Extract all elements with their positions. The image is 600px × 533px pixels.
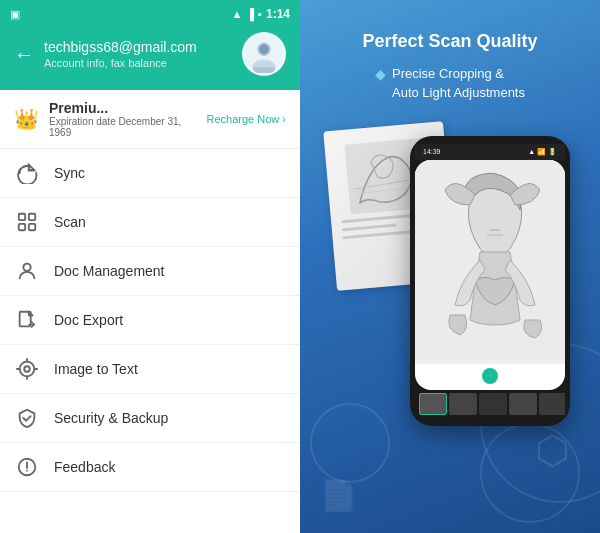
user-subtitle: Account info, fax balance bbox=[44, 57, 232, 69]
svg-rect-5 bbox=[29, 214, 35, 220]
left-panel: ▣ ▲ ▐ ▪ 1:14 ← techbigss68@gmail.com Acc… bbox=[0, 0, 300, 533]
security-backup-label: Security & Backup bbox=[54, 410, 168, 426]
thumbnail-3 bbox=[479, 393, 507, 415]
back-button[interactable]: ← bbox=[14, 44, 34, 64]
promo-dot: ◆ bbox=[375, 66, 386, 82]
svg-rect-7 bbox=[29, 224, 35, 230]
sync-icon bbox=[14, 162, 40, 184]
status-bar: ▣ ▲ ▐ ▪ 1:14 bbox=[0, 0, 300, 24]
scan-icon bbox=[14, 211, 40, 233]
feedback-label: Feedback bbox=[54, 459, 115, 475]
doc-management-label: Doc Management bbox=[54, 263, 165, 279]
thumbnail-2 bbox=[449, 393, 477, 415]
deco-scan-icon: ⬡ bbox=[535, 427, 570, 473]
signal-icon: ▐ bbox=[246, 8, 254, 20]
svg-point-3 bbox=[259, 45, 269, 55]
svg-rect-4 bbox=[19, 214, 25, 220]
scan-label: Scan bbox=[54, 214, 86, 230]
android-status-icon: ▣ bbox=[10, 8, 20, 21]
phone-time: 14:39 bbox=[423, 148, 441, 155]
svg-point-13 bbox=[26, 470, 28, 472]
security-backup-icon bbox=[14, 407, 40, 429]
svg-point-8 bbox=[23, 264, 30, 271]
premium-title: Premiu... bbox=[49, 100, 197, 116]
menu-item-feedback[interactable]: Feedback bbox=[0, 443, 300, 492]
status-time: 1:14 bbox=[266, 7, 290, 21]
sync-label: Sync bbox=[54, 165, 85, 181]
menu-item-doc-management[interactable]: Doc Management bbox=[0, 247, 300, 296]
app-header: ← techbigss68@gmail.com Account info, fa… bbox=[0, 24, 300, 90]
promo-title: Perfect Scan Quality bbox=[362, 30, 537, 53]
thumbnail-5 bbox=[539, 393, 565, 415]
svg-point-11 bbox=[24, 366, 30, 372]
doc-export-label: Doc Export bbox=[54, 312, 123, 328]
promo-feature: ◆ Precise Cropping & Auto Light Adjustme… bbox=[375, 65, 525, 101]
image-to-text-icon bbox=[14, 358, 40, 380]
right-panel: ⬡ 📄 Perfect Scan Quality ◆ Precise Cropp… bbox=[300, 0, 600, 533]
menu-item-sync[interactable]: Sync bbox=[0, 149, 300, 198]
user-email: techbigss68@gmail.com bbox=[44, 39, 232, 55]
phone-icons: ▲ 📶 🔋 bbox=[528, 148, 557, 156]
doc-line-2 bbox=[342, 223, 397, 231]
user-info: techbigss68@gmail.com Account info, fax … bbox=[44, 39, 232, 69]
image-to-text-label: Image to Text bbox=[54, 361, 138, 377]
menu-item-doc-export[interactable]: Doc Export bbox=[0, 296, 300, 345]
menu-list: Sync Scan Doc Management bbox=[0, 149, 300, 533]
phone-thumbnails bbox=[415, 390, 565, 418]
deco-doc-icon: 📄 bbox=[320, 478, 357, 513]
feedback-icon bbox=[14, 456, 40, 478]
menu-item-security-backup[interactable]: Security & Backup bbox=[0, 394, 300, 443]
battery-icon: ▪ bbox=[258, 8, 262, 20]
camera-button[interactable] bbox=[480, 366, 500, 386]
promo-feature-text: Precise Cropping & Auto Light Adjustment… bbox=[392, 65, 525, 101]
svg-point-10 bbox=[20, 362, 35, 377]
phone-status-bar: 14:39 ▲ 📶 🔋 bbox=[415, 144, 565, 160]
phone-content bbox=[415, 160, 565, 364]
crown-icon: 👑 bbox=[14, 107, 39, 131]
status-bar-left: ▣ bbox=[10, 8, 20, 21]
doc-export-icon bbox=[14, 309, 40, 331]
promo-feature-line2: Auto Light Adjustments bbox=[392, 85, 525, 100]
doc-management-icon bbox=[14, 260, 40, 282]
premium-row[interactable]: 👑 Premiu... Expiration date December 31,… bbox=[0, 90, 300, 149]
recharge-button[interactable]: Recharge Now › bbox=[207, 113, 286, 125]
menu-item-scan[interactable]: Scan bbox=[0, 198, 300, 247]
expiry-text: Expiration date December 31, 1969 bbox=[49, 116, 197, 138]
phone-frame: 14:39 ▲ 📶 🔋 bbox=[410, 136, 570, 426]
phone-screen bbox=[415, 160, 565, 390]
promo-feature-line1: Precise Cropping & bbox=[392, 66, 504, 81]
avatar bbox=[242, 32, 286, 76]
wifi-icon: ▲ bbox=[231, 8, 242, 20]
svg-rect-6 bbox=[19, 224, 25, 230]
phone-mockup: 14:39 ▲ 📶 🔋 bbox=[340, 126, 560, 426]
thumbnail-4 bbox=[509, 393, 537, 415]
menu-item-image-to-text[interactable]: Image to Text bbox=[0, 345, 300, 394]
doc-line-1 bbox=[341, 214, 411, 223]
thumbnail-1 bbox=[419, 393, 447, 415]
premium-info: Premiu... Expiration date December 31, 1… bbox=[49, 100, 197, 138]
status-bar-right: ▲ ▐ ▪ 1:14 bbox=[231, 7, 290, 21]
